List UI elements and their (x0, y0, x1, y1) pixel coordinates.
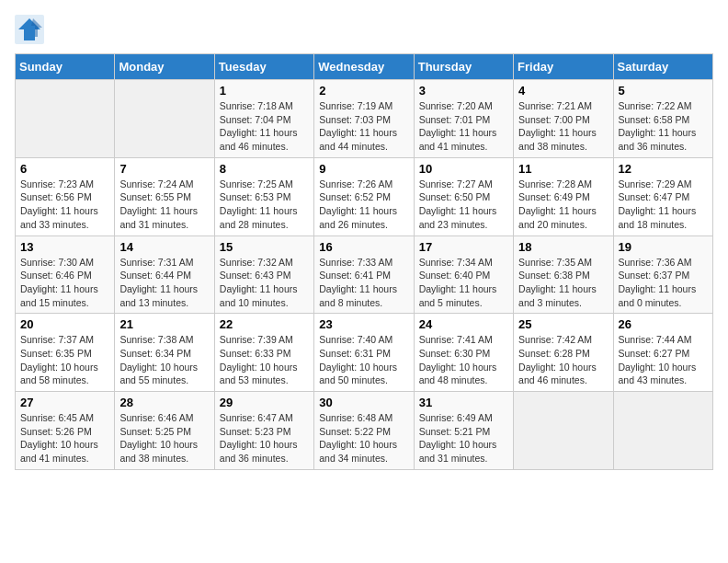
day-number: 5 (619, 84, 708, 98)
day-number: 25 (518, 317, 608, 331)
calendar-week-4: 20Sunrise: 7:37 AM Sunset: 6:35 PM Dayli… (16, 314, 713, 392)
calendar-cell: 3Sunrise: 7:20 AM Sunset: 7:01 PM Daylig… (414, 80, 513, 158)
day-number: 8 (220, 162, 309, 176)
day-number: 16 (319, 240, 408, 254)
calendar-week-1: 1Sunrise: 7:18 AM Sunset: 7:04 PM Daylig… (16, 80, 713, 158)
weekday-header-friday: Friday (514, 54, 613, 80)
logo-icon (15, 15, 44, 44)
calendar-cell (115, 80, 214, 158)
cell-info: Sunrise: 6:47 AM Sunset: 5:23 PM Dayligh… (220, 411, 309, 465)
calendar-week-3: 13Sunrise: 7:30 AM Sunset: 6:46 PM Dayli… (16, 236, 713, 314)
day-number: 12 (619, 162, 708, 176)
calendar-cell: 11Sunrise: 7:28 AM Sunset: 6:49 PM Dayli… (514, 157, 613, 236)
day-number: 27 (20, 396, 109, 409)
weekday-header-wednesday: Wednesday (314, 54, 414, 80)
calendar-cell: 20Sunrise: 7:37 AM Sunset: 6:35 PM Dayli… (16, 314, 115, 392)
cell-info: Sunrise: 7:40 AM Sunset: 6:31 PM Dayligh… (319, 333, 408, 387)
day-number: 31 (419, 396, 508, 409)
day-number: 14 (119, 240, 209, 254)
cell-info: Sunrise: 6:49 AM Sunset: 5:21 PM Dayligh… (419, 411, 508, 465)
calendar-cell: 14Sunrise: 7:31 AM Sunset: 6:44 PM Dayli… (115, 236, 214, 314)
calendar-cell: 31Sunrise: 6:49 AM Sunset: 5:21 PM Dayli… (414, 392, 513, 470)
cell-info: Sunrise: 7:30 AM Sunset: 6:46 PM Dayligh… (20, 256, 109, 310)
day-number: 13 (20, 240, 109, 254)
calendar-cell (16, 80, 115, 158)
cell-info: Sunrise: 7:34 AM Sunset: 6:40 PM Dayligh… (419, 256, 508, 310)
calendar-cell: 30Sunrise: 6:48 AM Sunset: 5:22 PM Dayli… (314, 392, 414, 470)
cell-info: Sunrise: 7:39 AM Sunset: 6:33 PM Dayligh… (220, 333, 309, 387)
cell-info: Sunrise: 7:19 AM Sunset: 7:03 PM Dayligh… (319, 99, 408, 154)
calendar-cell: 27Sunrise: 6:45 AM Sunset: 5:26 PM Dayli… (16, 392, 115, 470)
calendar-cell: 10Sunrise: 7:27 AM Sunset: 6:50 PM Dayli… (414, 157, 513, 236)
calendar-week-2: 6Sunrise: 7:23 AM Sunset: 6:56 PM Daylig… (16, 157, 713, 236)
cell-info: Sunrise: 7:38 AM Sunset: 6:34 PM Dayligh… (119, 333, 209, 387)
calendar-cell: 2Sunrise: 7:19 AM Sunset: 7:03 PM Daylig… (314, 80, 414, 158)
cell-info: Sunrise: 7:41 AM Sunset: 6:30 PM Dayligh… (419, 333, 508, 387)
calendar-cell: 18Sunrise: 7:35 AM Sunset: 6:38 PM Dayli… (514, 236, 613, 314)
day-number: 10 (419, 162, 508, 176)
cell-info: Sunrise: 7:42 AM Sunset: 6:28 PM Dayligh… (518, 333, 608, 387)
cell-info: Sunrise: 7:28 AM Sunset: 6:49 PM Dayligh… (518, 178, 608, 232)
day-number: 15 (220, 240, 309, 254)
day-number: 20 (20, 317, 109, 331)
calendar-cell: 23Sunrise: 7:40 AM Sunset: 6:31 PM Dayli… (314, 314, 414, 392)
weekday-row: SundayMondayTuesdayWednesdayThursdayFrid… (16, 54, 713, 80)
page-header (15, 15, 713, 44)
day-number: 24 (419, 317, 508, 331)
weekday-header-monday: Monday (115, 54, 214, 80)
calendar-cell: 17Sunrise: 7:34 AM Sunset: 6:40 PM Dayli… (414, 236, 513, 314)
calendar-table: SundayMondayTuesdayWednesdayThursdayFrid… (15, 53, 713, 470)
calendar-body: 1Sunrise: 7:18 AM Sunset: 7:04 PM Daylig… (16, 80, 713, 470)
calendar-cell: 28Sunrise: 6:46 AM Sunset: 5:25 PM Dayli… (115, 392, 214, 470)
cell-info: Sunrise: 7:21 AM Sunset: 7:00 PM Dayligh… (518, 99, 608, 154)
day-number: 7 (119, 162, 209, 176)
day-number: 26 (619, 317, 708, 331)
calendar-cell (514, 392, 613, 470)
cell-info: Sunrise: 7:23 AM Sunset: 6:56 PM Dayligh… (20, 178, 109, 232)
calendar-cell: 6Sunrise: 7:23 AM Sunset: 6:56 PM Daylig… (16, 157, 115, 236)
day-number: 18 (518, 240, 608, 254)
cell-info: Sunrise: 7:37 AM Sunset: 6:35 PM Dayligh… (20, 333, 109, 387)
cell-info: Sunrise: 7:24 AM Sunset: 6:55 PM Dayligh… (119, 178, 209, 232)
logo (15, 15, 50, 44)
day-number: 4 (518, 84, 608, 98)
day-number: 19 (619, 240, 708, 254)
cell-info: Sunrise: 7:32 AM Sunset: 6:43 PM Dayligh… (220, 256, 309, 310)
calendar-cell: 26Sunrise: 7:44 AM Sunset: 6:27 PM Dayli… (613, 314, 712, 392)
calendar-cell: 8Sunrise: 7:25 AM Sunset: 6:53 PM Daylig… (214, 157, 313, 236)
day-number: 30 (319, 396, 408, 409)
day-number: 21 (119, 317, 209, 331)
day-number: 1 (220, 84, 309, 98)
day-number: 28 (119, 396, 209, 409)
calendar-cell: 12Sunrise: 7:29 AM Sunset: 6:47 PM Dayli… (613, 157, 712, 236)
calendar-cell: 4Sunrise: 7:21 AM Sunset: 7:00 PM Daylig… (514, 80, 613, 158)
day-number: 11 (518, 162, 608, 176)
calendar-week-5: 27Sunrise: 6:45 AM Sunset: 5:26 PM Dayli… (16, 392, 713, 470)
cell-info: Sunrise: 7:25 AM Sunset: 6:53 PM Dayligh… (220, 178, 309, 232)
calendar-cell: 21Sunrise: 7:38 AM Sunset: 6:34 PM Dayli… (115, 314, 214, 392)
calendar-cell: 16Sunrise: 7:33 AM Sunset: 6:41 PM Dayli… (314, 236, 414, 314)
day-number: 23 (319, 317, 408, 331)
weekday-header-thursday: Thursday (414, 54, 513, 80)
cell-info: Sunrise: 6:48 AM Sunset: 5:22 PM Dayligh… (319, 411, 408, 465)
day-number: 29 (220, 396, 309, 409)
cell-info: Sunrise: 6:46 AM Sunset: 5:25 PM Dayligh… (119, 411, 209, 465)
calendar-cell: 24Sunrise: 7:41 AM Sunset: 6:30 PM Dayli… (414, 314, 513, 392)
day-number: 3 (419, 84, 508, 98)
cell-info: Sunrise: 7:31 AM Sunset: 6:44 PM Dayligh… (119, 256, 209, 310)
calendar-header: SundayMondayTuesdayWednesdayThursdayFrid… (16, 54, 713, 80)
cell-info: Sunrise: 7:26 AM Sunset: 6:52 PM Dayligh… (319, 178, 408, 232)
cell-info: Sunrise: 7:36 AM Sunset: 6:37 PM Dayligh… (619, 256, 708, 310)
day-number: 17 (419, 240, 508, 254)
cell-info: Sunrise: 7:33 AM Sunset: 6:41 PM Dayligh… (319, 256, 408, 310)
calendar-cell: 1Sunrise: 7:18 AM Sunset: 7:04 PM Daylig… (214, 80, 313, 158)
cell-info: Sunrise: 7:18 AM Sunset: 7:04 PM Dayligh… (220, 99, 309, 154)
cell-info: Sunrise: 7:29 AM Sunset: 6:47 PM Dayligh… (619, 178, 708, 232)
day-number: 22 (220, 317, 309, 331)
cell-info: Sunrise: 6:45 AM Sunset: 5:26 PM Dayligh… (20, 411, 109, 465)
calendar-cell: 22Sunrise: 7:39 AM Sunset: 6:33 PM Dayli… (214, 314, 313, 392)
calendar-cell: 5Sunrise: 7:22 AM Sunset: 6:58 PM Daylig… (613, 80, 712, 158)
day-number: 2 (319, 84, 408, 98)
weekday-header-saturday: Saturday (613, 54, 712, 80)
cell-info: Sunrise: 7:27 AM Sunset: 6:50 PM Dayligh… (419, 178, 508, 232)
